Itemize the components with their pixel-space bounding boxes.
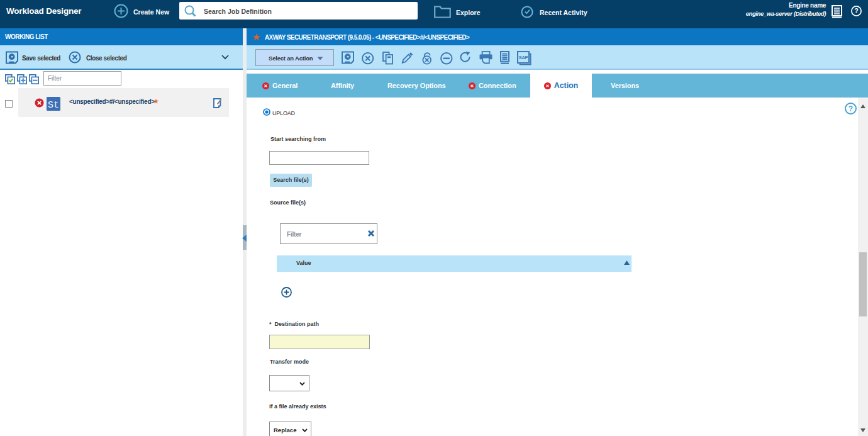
- svg-text:St: St: [48, 100, 59, 111]
- svg-text:?: ?: [849, 104, 853, 113]
- svg-text:?: ?: [854, 7, 858, 14]
- svg-text:SAP: SAP: [519, 55, 528, 60]
